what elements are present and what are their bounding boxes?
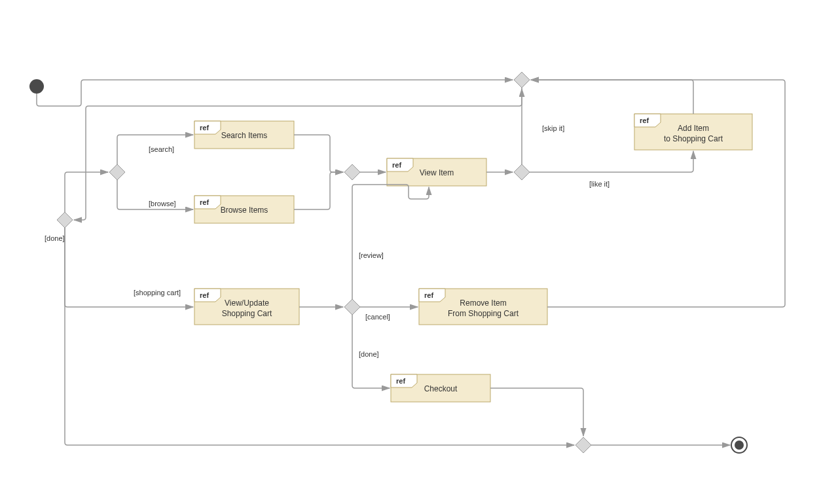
- ref-label: ref: [396, 377, 405, 385]
- ref-text: Checkout: [424, 384, 458, 393]
- merge-view: [344, 164, 360, 180]
- guard-search: [search]: [149, 145, 174, 153]
- ref-label: ref: [200, 198, 209, 206]
- svg-marker-2: [57, 212, 73, 228]
- svg-marker-3: [109, 164, 125, 180]
- final-node: [731, 437, 747, 453]
- merge-final: [575, 437, 591, 453]
- svg-marker-6: [514, 72, 530, 88]
- guard-done: [done]: [45, 234, 65, 242]
- edge-browse-merge: [294, 172, 343, 209]
- ref-view-update-cart: ref View/Update Shopping Cart: [194, 289, 299, 325]
- ref-browse-items: ref Browse Items: [194, 196, 294, 223]
- guard-like: [like it]: [589, 180, 610, 188]
- guard-review: [review]: [359, 251, 384, 259]
- decision-cart: [344, 299, 360, 315]
- svg-marker-7: [344, 299, 360, 315]
- decision-like-skip: [514, 164, 530, 180]
- decision-main: [57, 212, 73, 228]
- edge-checkout-final: [490, 388, 583, 436]
- ref-text: Search Items: [221, 131, 268, 140]
- ref-label: ref: [200, 124, 209, 132]
- edge-main-done: [65, 228, 574, 445]
- ref-text: From Shopping Cart: [448, 309, 519, 318]
- guard-shopping-cart: [shopping cart]: [134, 289, 181, 297]
- edge-like: [530, 151, 693, 172]
- edge-initial-top: [37, 80, 513, 106]
- svg-marker-4: [344, 164, 360, 180]
- edge-main-sb: [65, 172, 108, 212]
- ref-checkout: ref Checkout: [391, 374, 490, 402]
- ref-text: Browse Items: [221, 206, 268, 215]
- ref-view-item: ref View Item: [387, 158, 486, 186]
- ref-label: ref: [424, 291, 433, 299]
- merge-top: [514, 72, 530, 88]
- edge-review: [352, 185, 429, 299]
- ref-label: ref: [392, 161, 401, 169]
- ref-label: ref: [200, 291, 209, 299]
- guard-skip: [skip it]: [542, 124, 564, 132]
- ref-text: Remove Item: [460, 298, 506, 308]
- edge-search-merge: [294, 135, 343, 172]
- guard-done2: [done]: [359, 350, 379, 358]
- ref-search-items: ref Search Items: [194, 121, 294, 149]
- ref-remove-item: ref Remove Item From Shopping Cart: [419, 289, 547, 325]
- ref-text: View/Update: [225, 298, 269, 308]
- initial-node: [29, 79, 44, 94]
- svg-marker-8: [575, 437, 591, 453]
- ref-add-item: ref Add Item to Shopping Cart: [634, 114, 752, 150]
- ref-label: ref: [640, 117, 649, 124]
- ref-text: View Item: [420, 168, 454, 177]
- decision-search-browse: [109, 164, 125, 180]
- ref-text: Shopping Cart: [222, 309, 272, 318]
- guard-cancel: [cancel]: [365, 313, 390, 321]
- ref-text: Add Item: [678, 124, 709, 133]
- edge-add-top: [531, 80, 693, 114]
- svg-marker-5: [514, 164, 530, 180]
- edge-top-main: [74, 88, 522, 220]
- svg-point-1: [735, 441, 744, 450]
- guard-browse: [browse]: [149, 200, 176, 207]
- ref-text: to Shopping Cart: [664, 134, 723, 143]
